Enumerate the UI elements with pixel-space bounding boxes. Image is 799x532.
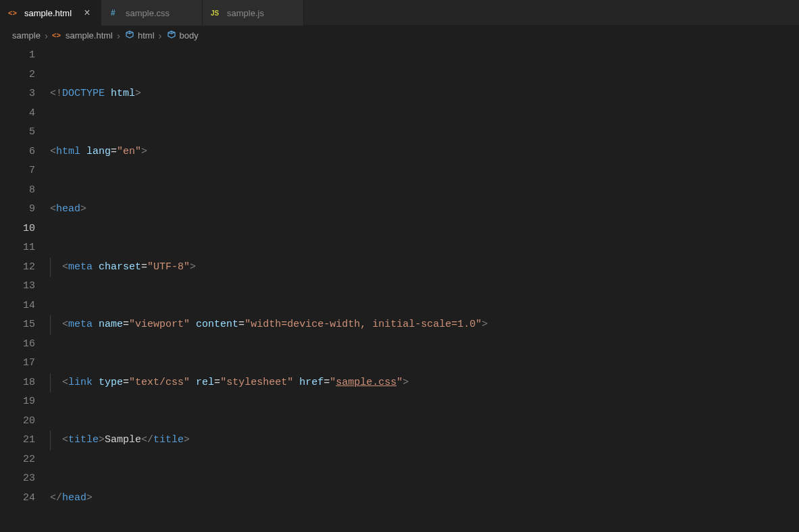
line-number: 1: [0, 46, 35, 65]
close-icon[interactable]: ×: [82, 7, 93, 18]
breadcrumb-item[interactable]: body: [166, 30, 199, 41]
html-icon: <>: [8, 7, 19, 18]
line-number: 14: [0, 296, 35, 316]
tab-label: sample.css: [126, 8, 194, 18]
line-number: 15: [0, 315, 35, 335]
line-number: 11: [0, 238, 35, 258]
line-number: 9: [0, 200, 35, 219]
tab-sample-css[interactable]: # sample.css: [101, 0, 203, 26]
editor[interactable]: 1 2 3 4 5 6 7 8 9 10 11 12 13 14 15 16 1…: [0, 45, 799, 532]
line-number: 16: [0, 335, 35, 354]
line-number: 22: [0, 450, 35, 470]
line-number: 21: [0, 431, 35, 450]
svg-text:<>: <>: [52, 31, 61, 39]
tab-bar: <> sample.html × # sample.css JS sample.…: [0, 0, 799, 26]
breadcrumb-item[interactable]: sample: [12, 30, 41, 41]
breadcrumb-label: sample: [12, 30, 41, 41]
line-number: 5: [0, 123, 35, 142]
svg-text:JS: JS: [211, 9, 220, 17]
chevron-right-icon: ›: [117, 30, 120, 41]
svg-text:<>: <>: [8, 9, 17, 17]
code-line: <title>Sample</title>: [50, 431, 799, 450]
breadcrumb-item[interactable]: <> sample.html: [52, 30, 113, 41]
svg-text:#: #: [111, 8, 115, 18]
code-line: <!DOCTYPE html>: [50, 84, 799, 104]
line-number: 2: [0, 65, 35, 85]
code-line: <link type="text/css" rel="stylesheet" h…: [50, 373, 799, 393]
line-number: 6: [0, 142, 35, 162]
breadcrumb-label: sample.html: [66, 30, 113, 41]
breadcrumb-item[interactable]: html: [124, 30, 155, 41]
line-number: 4: [0, 104, 35, 124]
line-number: 3: [0, 84, 35, 104]
line-number: 20: [0, 412, 35, 431]
chevron-right-icon: ›: [45, 30, 48, 41]
line-number: 18: [0, 373, 35, 393]
code-line: <html lang="en">: [50, 142, 799, 162]
tab-label: sample.js: [227, 8, 295, 18]
css-icon: #: [109, 7, 120, 18]
code-line: <meta name="viewport" content="width=dev…: [50, 315, 799, 335]
code-line: <meta charset="UTF-8">: [50, 258, 799, 277]
line-number: 23: [0, 469, 35, 489]
code-line: </head>: [50, 489, 799, 508]
chevron-right-icon: ›: [159, 30, 162, 41]
html-icon: <>: [52, 30, 63, 41]
js-icon: JS: [211, 7, 222, 18]
line-gutter: 1 2 3 4 5 6 7 8 9 10 11 12 13 14 15 16 1…: [0, 45, 50, 532]
code-line: <head>: [50, 200, 799, 219]
tab-sample-js[interactable]: JS sample.js: [203, 0, 304, 26]
line-number: 12: [0, 258, 35, 277]
breadcrumb: sample › <> sample.html › html › body: [0, 26, 799, 45]
breadcrumb-label: body: [180, 30, 199, 41]
code-area[interactable]: <!DOCTYPE html> <html lang="en"> <head> …: [50, 45, 799, 532]
cube-icon: [124, 30, 135, 41]
line-number: 19: [0, 392, 35, 412]
line-number: 13: [0, 277, 35, 296]
line-number: 7: [0, 161, 35, 181]
line-number: 8: [0, 181, 35, 201]
tab-label: sample.html: [24, 8, 76, 18]
line-number: 10: [0, 219, 35, 239]
tab-sample-html[interactable]: <> sample.html ×: [0, 0, 101, 26]
breadcrumb-label: html: [138, 30, 155, 41]
line-number: 17: [0, 354, 35, 373]
cube-icon: [166, 30, 177, 41]
line-number: 24: [0, 489, 35, 508]
